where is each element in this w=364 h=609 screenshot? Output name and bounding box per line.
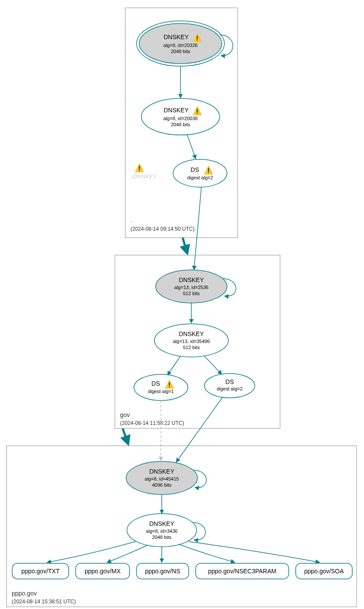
- warning-icon: ⚠️: [192, 106, 202, 116]
- zone-gov-label: gov: [120, 411, 130, 418]
- edge-root-ds-gov-ksk: [194, 187, 201, 270]
- root-ksk-title: DNSKEY: [164, 34, 189, 40]
- svg-point-3: [173, 159, 227, 187]
- root-ds-title: DS: [190, 166, 199, 173]
- gov-zsk-line2: 512 bits: [183, 345, 200, 350]
- gov-ds1-line1: digest alg=1: [148, 389, 174, 394]
- leaf-ns: pppo.gov/NS: [137, 563, 189, 579]
- dnssec-graph: . (2024-08-14 09:14:50 UTC) DNSKEY ⚠️ al…: [0, 0, 364, 609]
- leaf-txt-label: pppo.gov/TXT: [21, 568, 60, 575]
- edge-gov-ds2-pppo-ksk: [176, 397, 223, 462]
- gov-ksk-line1: alg=13, id=2536: [174, 285, 209, 290]
- leaf-nsec3: pppo.gov/NSEC3PARAM: [196, 563, 289, 579]
- pppo-ksk-node: DNSKEY alg=8, id=45415 4096 bits: [126, 461, 197, 495]
- leaf-nsec3-label: pppo.gov/NSEC3PARAM: [208, 568, 277, 575]
- root-zsk-line1: alg=8, id=20038: [164, 116, 198, 121]
- gov-ksk-node: DNSKEY alg=13, id=2536 512 bits: [156, 270, 227, 303]
- root-ksk-node: DNSKEY ⚠️ alg=8, id=20326 2048 bits: [137, 21, 224, 66]
- root-ksk-line2: 2048 bits: [171, 49, 190, 54]
- pppo-zsk-line2: 2048 bits: [152, 535, 172, 540]
- leaf-soa: pppo.gov/SOA: [296, 563, 352, 579]
- gov-zsk-title: DNSKEY: [179, 330, 204, 337]
- gov-ksk-line2: 512 bits: [183, 291, 200, 296]
- pppo-ksk-line2: 4096 bits: [152, 482, 172, 488]
- gov-ds1-title: DS: [151, 380, 160, 387]
- gov-zsk-node: DNSKEY alg=13, id=35496 512 bits: [154, 324, 228, 357]
- root-zsk-title: DNSKEY: [164, 107, 189, 114]
- pppo-zsk-title: DNSKEY: [149, 520, 174, 527]
- zone-pppo-label: pppo.gov: [12, 590, 37, 597]
- leaf-soa-label: pppo.gov/SOA: [304, 568, 344, 575]
- pppo-ksk-title: DNSKEY: [149, 468, 174, 475]
- leaf-ns-label: pppo.gov/NS: [145, 568, 180, 575]
- edge-gov-zsk-ds2: [204, 356, 222, 374]
- gov-ds2-node: DS digest alg=2: [204, 373, 255, 398]
- gov-ds2-title: DS: [225, 378, 234, 385]
- warning-icon: ⚠️: [204, 165, 214, 175]
- gov-ds1-node: DS ⚠️ digest alg=1: [134, 374, 188, 400]
- edge-gov-zsk-ds1: [167, 356, 180, 375]
- pppo-ksk-line1: alg=8, id=45415: [145, 476, 179, 481]
- root-ds-node: DS ⚠️ digest alg=2: [173, 159, 227, 187]
- root-ghost-label: ./DNSKEY: [130, 173, 157, 180]
- edge-gov-to-pppo-zone: [123, 428, 128, 443]
- root-ds-line1: digest alg=2: [187, 175, 213, 180]
- zone-root-label: .: [130, 216, 132, 223]
- root-zsk-node: DNSKEY ⚠️ alg=8, id=20038 2048 bits: [141, 98, 220, 135]
- leaf-mx-label: pppo.gov/MX: [85, 568, 121, 575]
- root-ghost-dnskey: ⚠️ ./DNSKEY: [130, 163, 157, 180]
- pppo-zsk-line1: alg=8, id=3436: [146, 528, 178, 534]
- pppo-zsk-node: DNSKEY alg=8, id=3436 2048 bits: [127, 514, 197, 547]
- edge-zsk-soa: [189, 542, 320, 562]
- gov-zsk-line1: alg=13, id=35496: [173, 339, 210, 344]
- edge-zsk-txt: [47, 542, 136, 562]
- warning-icon: ⚠️: [192, 33, 202, 43]
- edge-root-zsk-ds: [187, 134, 196, 159]
- zone-root-timestamp: (2024-08-14 09:14:50 UTC): [130, 226, 194, 232]
- leaf-txt: pppo.gov/TXT: [12, 563, 69, 579]
- gov-ds2-line1: digest alg=2: [217, 386, 243, 391]
- edge-root-to-gov-zone: [183, 238, 187, 252]
- warning-icon: ⚠️: [134, 163, 144, 173]
- svg-point-6: [134, 374, 188, 400]
- zone-gov-timestamp: (2024-08-14 11:58:22 UTC): [120, 420, 184, 426]
- root-ksk-line1: alg=8, id=20326: [164, 43, 198, 48]
- gov-ksk-title: DNSKEY: [179, 276, 204, 283]
- svg-point-7: [204, 373, 255, 398]
- leaf-mx: pppo.gov/MX: [76, 563, 130, 579]
- zone-pppo-timestamp: (2024-08-14 15:38:51 UTC): [12, 599, 76, 605]
- root-zsk-line2: 2048 bits: [171, 122, 190, 127]
- warning-icon: ⚠️: [164, 380, 174, 389]
